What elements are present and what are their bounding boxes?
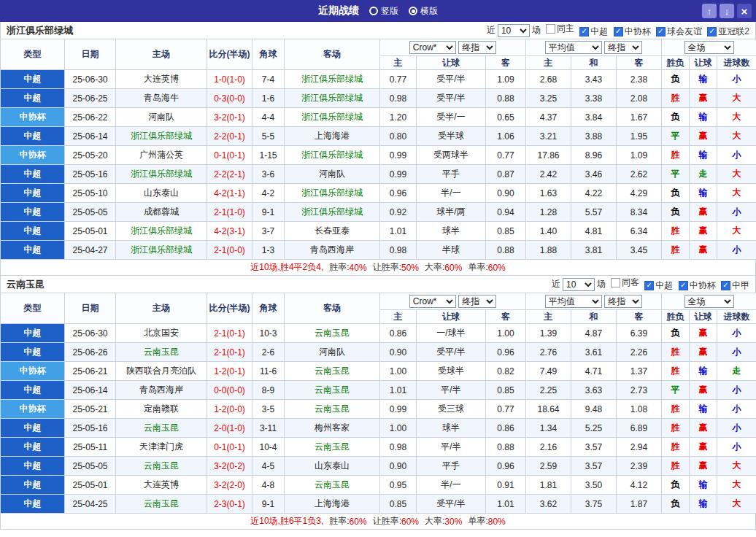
- avg-away-cell: 3.45: [617, 241, 662, 260]
- average-odds-select[interactable]: 平均值: [545, 41, 602, 54]
- scope-select[interactable]: 全场: [684, 41, 734, 54]
- corners-cell: 1-15: [252, 146, 285, 165]
- league-filter-checkbox[interactable]: 亚冠联2: [707, 26, 749, 38]
- results-table: 类型 日期 主场 比分(半场) 角球 客场 Crow* 终指 平均值 终指 全场: [0, 39, 756, 260]
- avg-draw-cell: 3.57: [571, 438, 617, 457]
- league-filter-checkbox[interactable]: 中协杯: [679, 279, 716, 292]
- odds-handicap-cell: 受三球: [417, 400, 486, 419]
- league-filter-checkbox[interactable]: 同客: [611, 277, 639, 289]
- avg-away-cell: 4.12: [617, 476, 662, 495]
- handicap-result-cell: 赢: [690, 419, 717, 438]
- avg-home-cell: 1.34: [526, 419, 571, 438]
- match-row: 中协杯 25-05-21 定南赣联 1-2(0-0) 3-5 云南玉昆 0.99…: [1, 400, 756, 419]
- layout-radio-horizontal[interactable]: 横版: [409, 5, 438, 18]
- avg-away-cell: 2.26: [617, 343, 662, 362]
- score-cell: 1-0(1-0): [207, 70, 252, 89]
- average-time-select[interactable]: 终指: [604, 295, 642, 308]
- avg-home-cell: 1.40: [526, 222, 571, 241]
- score-cell: 2-1(1-0): [207, 203, 252, 222]
- filter-bar: 近 10 场 同客 中超 中协杯: [552, 277, 749, 292]
- goals-result-cell: 小: [717, 400, 756, 419]
- scroll-down-button[interactable]: ↓: [720, 4, 734, 18]
- home-team-cell: 天津津门虎: [116, 438, 207, 457]
- odds-company-select[interactable]: Crow*: [409, 295, 456, 308]
- avg-home-cell: 2.59: [526, 457, 571, 476]
- col-header-type: 类型: [1, 39, 65, 70]
- away-team-cell: 上海海港: [285, 495, 380, 514]
- odds-away-cell: 1.06: [486, 127, 526, 146]
- average-time-select[interactable]: 终指: [604, 41, 642, 54]
- score-cell: 0-0(0-0): [207, 381, 252, 400]
- handicap-result-cell: 输: [690, 495, 717, 514]
- handicap-rate-value: 60%: [401, 517, 419, 527]
- home-team-cell: 定南赣联: [116, 400, 207, 419]
- summary-record: 近10场,胜4平2负4,: [250, 261, 323, 274]
- col-header-odds-home: 主: [380, 310, 417, 324]
- scroll-up-button[interactable]: ↑: [702, 4, 717, 18]
- odds-time-select[interactable]: 终指: [458, 295, 496, 308]
- type-cell: 中超: [1, 495, 65, 514]
- summary-row: 近10场,胜4平2负4, 胜率:40% 让胜率:50% 大率:60% 单率:60…: [0, 260, 756, 276]
- checkbox-icon: [546, 24, 555, 34]
- avg-home-cell: 1.88: [526, 241, 571, 260]
- avg-away-cell: 2.38: [617, 70, 662, 89]
- match-count-select[interactable]: 10: [498, 24, 530, 37]
- match-row: 中超 25-05-11 天津津门虎 0-1(0-1) 10-4 云南玉昆 0.9…: [1, 438, 756, 457]
- date-cell: 25-05-21: [65, 400, 116, 419]
- away-team-cell: 云南玉昆: [285, 324, 380, 343]
- avg-home-cell: 2.16: [526, 438, 571, 457]
- type-cell: 中超: [1, 89, 65, 108]
- corners-cell: 8-9: [252, 381, 285, 400]
- home-team-cell: 青岛海牛: [116, 89, 207, 108]
- match-count-select[interactable]: 10: [563, 278, 595, 291]
- corners-cell: 9-1: [252, 495, 285, 514]
- team-section-1: 浙江俱乐部绿城 近 10 场 同主 中超: [0, 22, 756, 276]
- win-rate-value: 40%: [350, 263, 367, 273]
- date-cell: 25-06-14: [65, 381, 116, 400]
- odds-handicap-cell: 球半: [417, 419, 486, 438]
- result-cell: 胜: [662, 222, 690, 241]
- avg-home-cell: 3.21: [526, 127, 571, 146]
- type-cell: 中超: [1, 343, 65, 362]
- odds-away-cell: 0.88: [486, 438, 526, 457]
- col-header-handicap: 让球: [417, 56, 486, 70]
- league-filter-checkbox[interactable]: 中协杯: [614, 26, 651, 38]
- avg-home-cell: 3.25: [526, 89, 571, 108]
- corners-cell: 10-4: [252, 438, 285, 457]
- col-header-odds-home: 主: [380, 56, 417, 70]
- goals-result-cell: 小: [717, 438, 756, 457]
- avg-draw-cell: 3.63: [571, 381, 617, 400]
- layout-radio-vertical[interactable]: 竖版: [369, 5, 398, 18]
- avg-away-cell: 1.95: [617, 127, 662, 146]
- avg-draw-cell: 3.88: [571, 127, 617, 146]
- handicap-result-cell: 赢: [690, 127, 717, 146]
- home-team-cell: 北京国安: [116, 324, 207, 343]
- average-odds-select[interactable]: 平均值: [545, 295, 602, 308]
- league-filter-checkbox[interactable]: 中超: [579, 26, 608, 38]
- league-filter-checkbox[interactable]: 同主: [546, 23, 574, 35]
- avg-home-cell: 17.86: [526, 146, 571, 165]
- result-cell: 胜: [662, 146, 690, 165]
- goals-result-cell: 大: [717, 108, 756, 127]
- type-cell: 中超: [1, 324, 65, 343]
- home-team-cell: 河南队: [116, 108, 207, 127]
- odds-away-cell: 0.96: [486, 343, 526, 362]
- odds-time-select[interactable]: 终指: [458, 41, 496, 54]
- avg-home-cell: 2.68: [526, 70, 571, 89]
- league-filter-checkbox[interactable]: 中甲: [721, 279, 749, 292]
- league-filter-checkbox[interactable]: 中超: [644, 279, 673, 292]
- league-filter-checkbox[interactable]: 球会友谊: [656, 26, 702, 38]
- type-cell: 中超: [1, 222, 65, 241]
- col-header-date: 日期: [65, 293, 116, 324]
- type-cell: 中超: [1, 438, 65, 457]
- scope-select[interactable]: 全场: [684, 295, 734, 308]
- odds-company-select[interactable]: Crow*: [409, 41, 456, 54]
- home-team-cell: 云南玉昆: [116, 343, 207, 362]
- home-team-cell: 大连英博: [116, 476, 207, 495]
- date-cell: 25-06-30: [65, 70, 116, 89]
- results-table: 类型 日期 主场 比分(半场) 角球 客场 Crow* 终指 平均值 终指 全场: [0, 293, 756, 514]
- checkbox-icon: [611, 278, 620, 287]
- score-cell: 4-2(1-1): [207, 184, 252, 203]
- close-button[interactable]: ×: [737, 4, 752, 18]
- goals-result-cell: 大: [717, 476, 756, 495]
